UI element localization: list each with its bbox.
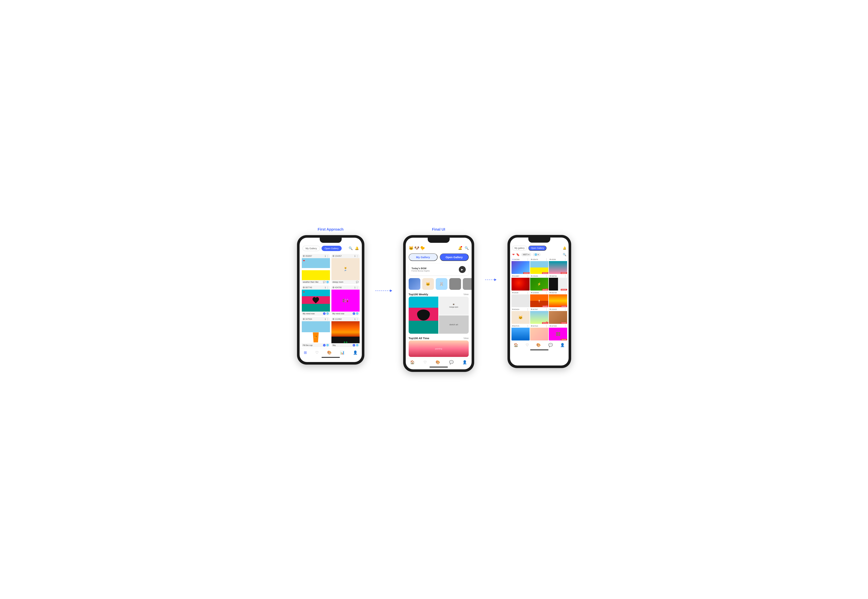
- bell-icon-3[interactable]: 🔔: [563, 246, 566, 250]
- globe-filter[interactable]: 🌐 ▾: [533, 253, 540, 256]
- playlist-item-1[interactable]: [409, 278, 420, 290]
- card4-info[interactable]: ℹ: [355, 286, 355, 289]
- tab-open-gallery-1[interactable]: Open Gallery: [322, 246, 342, 251]
- top100-alltime-view[interactable]: View: [463, 337, 469, 340]
- nav2-person-icon[interactable]: 👤: [462, 360, 467, 364]
- cell4-more[interactable]: ⋮: [527, 275, 529, 277]
- cell8-more[interactable]: ⋮: [545, 292, 548, 294]
- play-button[interactable]: ▶: [459, 266, 466, 273]
- phone2-home-bar: [430, 367, 448, 367]
- grid-cell-2[interactable]: 435476 ⋮ SOOOO: [530, 258, 548, 274]
- nav3-heart-icon[interactable]: ♡: [525, 343, 529, 347]
- grid-cell-4[interactable]: 324887 ⋮: [512, 274, 530, 290]
- nav2-home-icon[interactable]: 🏠: [410, 360, 415, 364]
- grid-cell-3[interactable]: 45356 ⋮ SOOOO: [549, 258, 567, 274]
- grid-cell-9[interactable]: 656768 ⋮ SOOOO: [549, 291, 567, 307]
- weekly-item-2[interactable]: 👁️manga eyes: [439, 296, 469, 315]
- mbti-filter[interactable]: MBTI ▾: [521, 253, 531, 256]
- cell6-art: [549, 278, 567, 290]
- search-icon-2[interactable]: 🔍: [465, 246, 469, 250]
- weekly-item-3[interactable]: sketch art: [439, 315, 469, 334]
- phone2-notch: [428, 238, 450, 243]
- card3-info[interactable]: ℹ: [325, 286, 326, 289]
- gallery-card-1[interactable]: 456897 ℹ ⋮ ❤ weather that i like: [302, 254, 330, 284]
- card3-more[interactable]: ⋮: [326, 286, 329, 289]
- cell13-more[interactable]: ⋮: [527, 325, 529, 327]
- search-icon[interactable]: 🔍: [349, 246, 353, 250]
- top100-alltime-preview[interactable]: painting: [409, 340, 469, 357]
- playlist-item-4[interactable]: [449, 278, 461, 290]
- playlist-item-2[interactable]: 🐱: [422, 278, 434, 290]
- gallery-card-3[interactable]: 087746 ℹ ⋮ ❤ My mind: [302, 285, 330, 316]
- grid-cell-14[interactable]: 567543 ⋮: [530, 324, 548, 340]
- cell3-more[interactable]: ⋮: [564, 258, 566, 261]
- cell5-more[interactable]: ⋮: [545, 275, 548, 277]
- heart-filter-icon[interactable]: ❤: [512, 253, 515, 256]
- nav3-palette-icon[interactable]: 🎨: [536, 343, 541, 347]
- cell2-more[interactable]: ⋮: [545, 258, 548, 261]
- bookmark-filter-icon[interactable]: 🔖: [516, 253, 520, 256]
- card5-more[interactable]: ⋮: [326, 318, 329, 321]
- card4-num: 434786: [335, 286, 354, 289]
- card5-info[interactable]: ℹ: [325, 318, 326, 321]
- nav-palette-icon[interactable]: 🎨: [327, 350, 332, 355]
- gallery-card-2[interactable]: 154357 ℹ ⋮ 🐱💤 sleepy mom: [331, 254, 359, 284]
- bell-icon[interactable]: 🔔: [355, 246, 359, 250]
- cell10-more[interactable]: ⋮: [527, 308, 529, 311]
- grid-cell-8[interactable]: 3246565 ⋮ 🍹 SOOOO ❤: [530, 291, 548, 307]
- phone3-notch: [528, 238, 550, 242]
- weekly-item-1[interactable]: [409, 296, 438, 334]
- nav-chart-icon[interactable]: 📊: [340, 350, 344, 355]
- notification-icon[interactable]: 🔔: [458, 246, 462, 250]
- final-ui-section: Final UI 🐱 🐶 🐤 🔔 🔍: [403, 227, 474, 372]
- grid-cell-7[interactable]: 32535 ⋮: [512, 291, 530, 307]
- tab-my-gallery-1[interactable]: My Gallery: [302, 246, 320, 251]
- card1-info[interactable]: ℹ: [325, 255, 326, 257]
- card6-more[interactable]: ⋮: [356, 318, 359, 321]
- nav-person-icon[interactable]: 👤: [353, 350, 358, 355]
- cell13-header: 567576 ⋮: [512, 324, 530, 328]
- gallery-card-5[interactable]: 347564 ℹ ⋮ 🍊: [302, 317, 330, 347]
- cell11-more[interactable]: ⋮: [545, 308, 548, 311]
- grid-cell-13[interactable]: 567576 ⋮: [512, 324, 530, 340]
- nav2-heart-icon[interactable]: ♡: [423, 360, 427, 364]
- card6-info[interactable]: ℹ: [355, 318, 355, 321]
- grid-cell-5[interactable]: 235456 ⋮ ⚡ SOOOO ❤: [530, 274, 548, 290]
- grid-cell-6[interactable]: 568794 ⋮ SOOOO: [549, 274, 567, 290]
- playlist-item-3[interactable]: 🐰: [436, 278, 447, 290]
- big-tab-my-gallery[interactable]: My Gallery: [409, 253, 438, 261]
- top100-weekly-view[interactable]: View: [463, 293, 469, 296]
- nav2-palette-icon[interactable]: 🎨: [436, 360, 440, 364]
- nav-heart-icon[interactable]: ♡: [315, 350, 319, 355]
- nav3-community-icon[interactable]: 💬: [548, 343, 553, 347]
- gallery-card-6[interactable]: 112462 ℹ ⋮ 🌲🌲 Sky 2: [331, 317, 359, 347]
- cell1-num: 342366: [514, 259, 519, 260]
- card2-more[interactable]: ⋮: [356, 255, 359, 257]
- cell15-more[interactable]: ⋮: [564, 325, 566, 327]
- gallery-card-4[interactable]: 434786 ℹ ⋮ 🌿🍃🍃🌿🍃🌹 My mind now: [331, 285, 359, 316]
- card1-more[interactable]: ⋮: [326, 255, 329, 257]
- cell1-more[interactable]: ⋮: [527, 258, 529, 261]
- grid-cell-1[interactable]: ⚙ 342366 ⋮ SOOOO: [512, 258, 530, 274]
- grid-cell-12[interactable]: 132433 ⋮ SOOOO: [549, 308, 567, 324]
- grid-cell-10[interactable]: 453424 ⋮ 🐱: [512, 308, 530, 324]
- tab3-open-gallery[interactable]: Open Gallery: [528, 245, 546, 251]
- cell12-more[interactable]: ⋮: [564, 308, 566, 311]
- playlist-item-5[interactable]: [463, 278, 472, 290]
- card2-info[interactable]: ℹ: [355, 255, 355, 257]
- grid-cell-11[interactable]: 467567 ⋮ SOOOO ❤: [530, 308, 548, 324]
- search-icon-3[interactable]: 🔍: [563, 253, 566, 256]
- cell14-more[interactable]: ⋮: [545, 325, 548, 327]
- cell6-more[interactable]: ⋮: [564, 275, 566, 277]
- big-tab-open-gallery[interactable]: Open Gallery: [440, 253, 469, 261]
- nav-gallery-icon[interactable]: ⊞: [304, 350, 307, 355]
- tab3-my-gallery[interactable]: My gallery: [512, 246, 527, 250]
- grid-cell-15[interactable]: 327493 ⋮ 🌿🌿🌿🌿 SOOOO: [549, 324, 567, 340]
- nav2-community-icon[interactable]: 💬: [449, 360, 454, 364]
- nav3-person-icon[interactable]: 👤: [560, 343, 565, 347]
- cell7-more[interactable]: ⋮: [527, 292, 529, 294]
- card4-more[interactable]: ⋮: [356, 286, 359, 289]
- nav3-home-icon[interactable]: 🏠: [514, 343, 518, 347]
- dashed-arrow-1: [375, 289, 392, 292]
- cell9-more[interactable]: ⋮: [564, 292, 566, 294]
